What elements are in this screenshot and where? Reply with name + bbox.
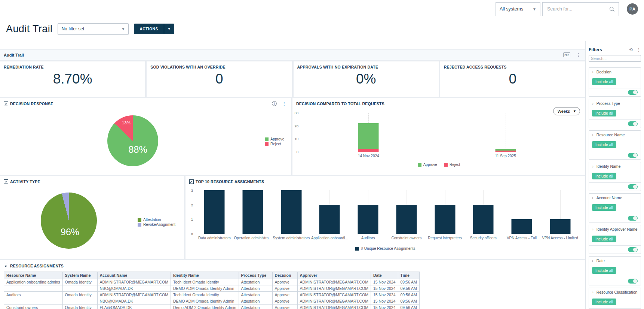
bar-decision_vs_total[interactable] [358, 149, 379, 152]
table-cell: 15 Nov 2024 [371, 279, 398, 285]
legend-item: Approve [418, 163, 437, 167]
pie-label: 13% [122, 121, 131, 125]
filter-section-header-date[interactable]: ›Date [589, 257, 641, 265]
table-row[interactable]: NBO@OMADA.DKDEMO ADM Omada Identity Admi… [4, 285, 420, 292]
export-pdf-icon[interactable]: PDF [563, 52, 570, 57]
global-search[interactable] [542, 2, 619, 16]
include-all-chip[interactable]: Include all [592, 78, 616, 85]
x-axis-label: VPN Access - Limited [542, 236, 578, 240]
column-header[interactable]: Account Name [97, 272, 171, 279]
actions-button[interactable]: ACTIONS ▼ [134, 24, 174, 34]
bar-top10[interactable] [511, 219, 532, 234]
column-header[interactable]: Date [371, 272, 398, 279]
kpi-label: REJECTED ACCESS REQUESTS [444, 65, 507, 69]
system-filter-value: All systems [500, 6, 523, 12]
table-cell: FLA@OMADA.DK [97, 305, 171, 309]
filter-section-header-identity-approver-name[interactable]: ›Identity Approver Name [589, 225, 641, 233]
chevron-down-icon: ▼ [122, 27, 125, 31]
table-cell: ADMINISTRATOR@MEGAMART.COM [97, 279, 171, 285]
column-header[interactable]: Resource Name [4, 272, 63, 279]
bar-top10[interactable] [204, 190, 225, 234]
table-cell [4, 298, 63, 305]
bar-top10[interactable] [473, 205, 494, 234]
x-axis-label: Constraint owners [392, 236, 422, 240]
decision-pie-chart[interactable] [107, 115, 158, 166]
table-row[interactable]: Constraint ownersOmada IdentityFLA@OMADA… [4, 305, 420, 309]
column-header[interactable]: System Name [62, 272, 97, 279]
column-header[interactable]: Approver [297, 272, 371, 279]
search-input[interactable] [546, 6, 609, 12]
include-all-chip[interactable]: Include all [592, 267, 616, 274]
chevron-right-icon: › [592, 70, 594, 74]
include-all-chip[interactable]: Include all [592, 236, 616, 242]
table-cell: Approve [272, 279, 297, 285]
filter-toggle[interactable] [628, 153, 638, 158]
view-filter-select[interactable]: No filter set ▼ [58, 23, 129, 35]
filter-toggle[interactable] [628, 184, 638, 189]
filter-section-header-process-type[interactable]: ›Process Type [589, 99, 641, 107]
filters-search-input[interactable] [589, 55, 641, 62]
column-header[interactable]: Identity Name [171, 272, 239, 279]
kpi-card: REJECTED ACCESS REQUESTS0 [440, 61, 585, 97]
pie-label: 88% [129, 144, 147, 155]
filter-section-header-resource-classification[interactable]: ›Resource Classification [589, 288, 641, 296]
include-all-chip[interactable]: Include all [592, 204, 616, 211]
bar-top10[interactable] [319, 205, 340, 234]
filter-section-process-type: ›Process TypeInclude all [589, 99, 641, 128]
filter-section-header-resource-name[interactable]: ›Resource Name [589, 131, 641, 139]
user-avatar[interactable]: PA [627, 3, 638, 15]
bar-top10[interactable] [396, 205, 417, 234]
kpi-label: SOD VIOLATIONS WITH AN OVERRIDE [150, 65, 225, 69]
table-cell: 09:56 AM [398, 279, 419, 285]
table-row[interactable]: NBO@OMADA.DKDEMO ADM Omada Identity Admi… [4, 298, 420, 305]
column-header[interactable]: Time [398, 272, 419, 279]
bar-top10[interactable] [550, 219, 570, 234]
kebab-menu-icon[interactable]: ⋮ [282, 102, 286, 106]
include-all-chip[interactable]: Include all [592, 299, 616, 305]
bar-decision_vs_total[interactable] [495, 149, 516, 150]
kpi-label: REMEDIATION RATE [4, 65, 44, 69]
column-header[interactable]: Decision [272, 272, 297, 279]
legend-item: Reject [265, 142, 284, 146]
bar-top10[interactable] [243, 190, 263, 234]
y-tick-label: 0 [191, 232, 193, 236]
table-cell: Auditors [4, 292, 63, 298]
bar-decision_vs_total[interactable] [358, 123, 379, 149]
activity-pie-chart[interactable] [41, 193, 97, 249]
bar-top10[interactable] [281, 190, 301, 234]
x-axis-label: 11 Sep 2025 [495, 154, 516, 158]
bar-decision_vs_total[interactable] [495, 151, 516, 152]
filter-section-identity-name: ›Identity NameInclude all [589, 162, 641, 191]
bar-top10[interactable] [358, 205, 378, 234]
filter-toggle[interactable] [628, 247, 638, 252]
include-all-chip[interactable]: Include all [592, 173, 616, 179]
table-row[interactable]: Application onboarding adminsOmada Ident… [4, 279, 420, 285]
table-row[interactable]: AuditorsOmada IdentityADMINISTRATOR@MEGA… [4, 292, 420, 298]
filter-section-header-account-name[interactable]: ›Account Name [589, 194, 641, 202]
info-icon[interactable]: i [272, 101, 277, 106]
column-header[interactable]: Process Type [239, 272, 272, 279]
x-axis-label: VPN Access - Full [507, 236, 537, 240]
filter-section-label: Resource Classification [597, 290, 638, 294]
kebab-menu-icon[interactable]: ⋮ [576, 53, 581, 57]
system-filter-select[interactable]: All systems ▼ [496, 2, 540, 16]
include-all-chip[interactable]: Include all [592, 110, 616, 116]
actions-dropdown-arrow[interactable]: ▼ [164, 24, 174, 34]
table-cell: Attestation [239, 292, 272, 298]
chart-icon [189, 179, 194, 184]
filter-toggle[interactable] [628, 90, 638, 95]
chart-icon [4, 102, 8, 106]
filter-toggle[interactable] [628, 279, 638, 284]
include-all-chip[interactable]: Include all [592, 141, 616, 148]
bar-top10[interactable] [435, 205, 455, 234]
filter-toggle[interactable] [628, 216, 638, 221]
filter-toggle[interactable] [628, 121, 638, 126]
filter-section-header-decision[interactable]: ›Decision [589, 68, 641, 76]
filter-section-account-name: ›Account NameInclude all [589, 193, 641, 222]
reset-filters-icon[interactable]: ⟲ [629, 48, 633, 52]
chart-title: DECISION RESPONSE [4, 102, 53, 106]
filter-section-header-identity-name[interactable]: ›Identity Name [589, 162, 641, 170]
kebab-menu-icon[interactable]: ⋮ [637, 48, 641, 52]
y-tick-label: 10 [294, 137, 298, 141]
chevron-right-icon: › [592, 258, 594, 263]
